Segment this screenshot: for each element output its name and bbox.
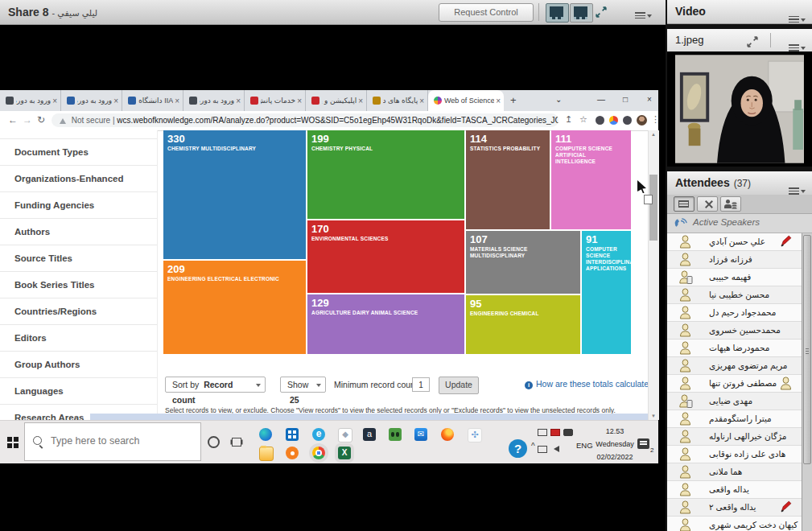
browser-scrollbar[interactable]: ▲ ▼	[648, 130, 659, 420]
browser-tab[interactable]: اپلیکیشن و پایگا×	[306, 90, 367, 111]
monitor-icon[interactable]	[538, 446, 547, 453]
request-control-button[interactable]: Request Control	[439, 3, 534, 22]
sidebar-item-document-types[interactable]: Document Types	[0, 138, 157, 165]
view-layout-1-button[interactable]	[546, 3, 569, 23]
taskbar-search[interactable]	[24, 422, 201, 461]
attendee-row[interactable]: فرزانه فرزاد	[667, 251, 802, 269]
share-options-menu-icon[interactable]	[635, 8, 652, 23]
back-icon[interactable]: ←	[8, 114, 18, 126]
browser-tab[interactable]: IIA دانشگاه بیر×	[122, 90, 183, 111]
tab-close-icon[interactable]: ×	[496, 97, 501, 105]
windows-start-icon[interactable]	[7, 437, 12, 442]
mail-icon[interactable]	[414, 428, 427, 441]
sort-by-select[interactable]: Sort by Record count	[165, 377, 266, 393]
treemap-cell[interactable]: 129AGRICULTURE DAIRY ANIMAL SCIENCE	[307, 294, 464, 354]
browser-tab[interactable]: پایگاه های دست×	[367, 90, 428, 111]
dropbox-icon[interactable]	[338, 428, 352, 442]
treemap-cell[interactable]: 330CHEMISTRY MULTIDISCIPLINARY	[163, 130, 306, 259]
totals-calculated-link[interactable]: How are these totals calculated?	[525, 379, 658, 389]
attendee-row[interactable]: مژگان خیرالهی ارناوله	[667, 428, 802, 446]
attendee-row[interactable]: محسن خطیبی نیا	[667, 286, 802, 304]
extension-icon[interactable]	[596, 116, 604, 125]
scrollbar-thumb[interactable]	[649, 175, 657, 241]
sidebar-item-group-authors[interactable]: Group Authors	[0, 351, 157, 377]
speaker-icon[interactable]	[554, 446, 559, 452]
treemap-cell[interactable]: 199CHEMISTRY PHYSICAL	[307, 130, 464, 219]
address-bar[interactable]: Not secure | wcs.webofknowledge.com/RA/a…	[52, 113, 559, 127]
attendee-row[interactable]: محمودرضا هیهات	[667, 340, 802, 357]
view-layout-2-button[interactable]	[570, 3, 593, 23]
pinwheel-icon[interactable]	[468, 428, 482, 442]
attendee-row[interactable]: هما ملانی	[667, 463, 802, 481]
tray-chevron-icon[interactable]: ^	[531, 442, 535, 451]
tab-search-icon[interactable]: ⌄	[555, 95, 562, 104]
attendee-row[interactable]: فهیمه حبیبی	[667, 269, 802, 286]
scroll-down-icon[interactable]: ▼	[651, 414, 656, 418]
attendee-row[interactable]: مهدی ضیایی	[667, 393, 802, 410]
min-record-count-input[interactable]	[412, 377, 430, 392]
profile-avatar[interactable]	[637, 115, 647, 126]
treemap-cell[interactable]: 111COMPUTER SCIENCE ARTIFICIAL INTELLIGE…	[551, 130, 631, 229]
treemap-cell[interactable]: 114STATISTICS PROBABILITY	[466, 130, 550, 229]
minimize-button[interactable]: —	[597, 95, 605, 104]
amazon-icon[interactable]	[363, 428, 376, 441]
attendee-row[interactable]: محمدحسین خسروی	[667, 322, 802, 340]
share-page-icon[interactable]: ↥	[565, 114, 572, 125]
sidebar-item-funding-agencies[interactable]: Funding Agencies	[0, 191, 157, 218]
browser-tab[interactable]: ورود به دوره ه×	[183, 90, 245, 111]
file-explorer-icon[interactable]	[259, 447, 274, 461]
treemap-cell[interactable]: 91COMPUTER SCIENCE INTERDISCIPLINARY APP…	[582, 231, 631, 354]
maximize-button[interactable]: □	[623, 95, 628, 104]
sidebar-item-countries-regions[interactable]: Countries/Regions	[0, 298, 157, 324]
tab-close-icon[interactable]: ×	[236, 97, 241, 105]
attendee-row[interactable]: مریم مرتضوی مهریزی	[667, 357, 802, 375]
meeting-red-icon[interactable]	[550, 429, 560, 436]
tab-close-icon[interactable]: ×	[113, 97, 118, 105]
puzzle-extensions-icon[interactable]	[623, 116, 632, 125]
tab-close-icon[interactable]: ×	[175, 97, 179, 105]
taskbar-clock[interactable]: 12.53 Wednesday 02/02/2022	[596, 425, 634, 463]
list-view-button[interactable]	[674, 196, 695, 212]
treemap-cell[interactable]: 170ENVIRONMENTAL SCIENCES	[307, 220, 464, 293]
attendee-row[interactable]: میترا راستگومقدم	[667, 410, 802, 428]
sidebar-item-authors[interactable]: Authors	[0, 218, 157, 245]
treemap-cell[interactable]: 95ENGINEERING CHEMICAL	[466, 295, 580, 354]
browser-tab[interactable]: ورود به دوره ه×	[61, 90, 122, 111]
sidebar-item-languages[interactable]: Languages	[0, 377, 157, 404]
participant-view-button[interactable]	[720, 196, 741, 212]
reload-icon[interactable]: ↻	[37, 114, 45, 126]
mixed-view-button[interactable]	[697, 196, 718, 212]
camera-icon[interactable]	[563, 429, 573, 436]
participant-video[interactable]	[667, 51, 812, 167]
tab-close-icon[interactable]: ×	[358, 97, 363, 105]
attendee-row[interactable]: محمدجواد رحیم دل	[667, 304, 802, 322]
internet-explorer-icon[interactable]	[312, 428, 325, 441]
openvpn-icon[interactable]	[286, 447, 299, 459]
binoculars-icon[interactable]	[389, 428, 402, 441]
scroll-up-icon[interactable]: ▲	[651, 132, 656, 137]
chrome-icon[interactable]	[312, 447, 325, 459]
tab-close-icon[interactable]: ×	[297, 97, 302, 105]
sidebar-item-book-series-titles[interactable]: Book Series Titles	[0, 271, 157, 298]
excel-icon[interactable]	[338, 447, 351, 459]
update-button[interactable]: Update	[439, 377, 479, 394]
help-icon[interactable]: ?	[509, 439, 527, 458]
cortana-icon[interactable]	[208, 436, 220, 448]
edge-icon[interactable]	[259, 428, 272, 441]
extension-color-icon[interactable]	[609, 116, 618, 125]
attendee-row[interactable]: یداله واقعی	[667, 481, 802, 499]
tab-close-icon[interactable]: ×	[419, 97, 424, 105]
store-icon[interactable]	[286, 428, 299, 441]
treemap-cell[interactable]: 107MATERIALS SCIENCE MULTIDISCIPLINARY	[466, 231, 580, 294]
forward-icon[interactable]: →	[23, 114, 32, 126]
attendee-row[interactable]: کیهان دخت کریمی شهری	[667, 517, 802, 531]
attendee-row[interactable]: یداله واقعی ۲	[667, 499, 802, 517]
sidebar-item-organizations-enhanced[interactable]: Organizations-Enhanced	[0, 165, 157, 191]
attendees-scrollbar[interactable]	[802, 233, 812, 531]
browser-tab[interactable]: Web of Science×	[428, 90, 504, 111]
attendee-row[interactable]: علي حسن آبادي	[667, 233, 802, 251]
sidebar-item-source-titles[interactable]: Source Titles	[0, 245, 157, 271]
notification-center-icon[interactable]	[637, 438, 649, 449]
tab-close-icon[interactable]: ×	[52, 97, 57, 105]
task-view-icon[interactable]	[232, 438, 241, 447]
